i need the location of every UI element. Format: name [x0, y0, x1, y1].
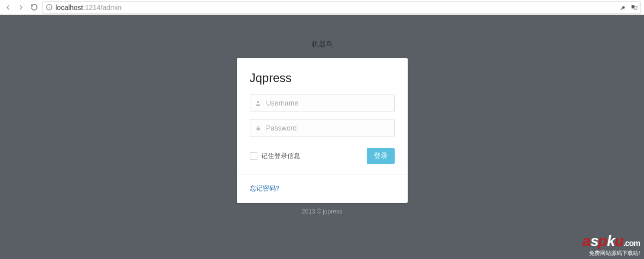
- password-input[interactable]: [250, 119, 395, 137]
- remember-checkbox[interactable]: 记住登录信息: [250, 152, 300, 160]
- checkbox-icon: [250, 152, 257, 160]
- svg-rect-3: [632, 5, 634, 8]
- username-input[interactable]: [250, 94, 395, 112]
- login-card-footer: 忘记密码?: [237, 174, 408, 203]
- remember-label: 记住登录信息: [261, 152, 300, 160]
- login-options-row: 记住登录信息 登录: [250, 144, 395, 174]
- login-card: Jqpress 记住登录信息 登录 忘记密码?: [237, 58, 408, 203]
- lock-icon: [255, 124, 262, 132]
- watermark-tagline: 免费网站源码下载站!: [583, 250, 640, 257]
- svg-rect-4: [634, 6, 637, 9]
- forgot-password-link[interactable]: 忘记密码?: [250, 184, 279, 192]
- login-button[interactable]: 登录: [367, 148, 395, 164]
- url-bar-tools: [620, 4, 638, 11]
- watermark: aspku.com 免费网站源码下载站!: [583, 234, 640, 257]
- site-name: 机器鸟: [312, 40, 333, 49]
- page-body: 机器鸟 Jqpress 记住登录信息 登录 忘记密码? 2013 © jqpr: [0, 15, 644, 259]
- translate-icon[interactable]: [631, 4, 638, 11]
- browser-toolbar: localhost:1214/admin: [0, 0, 644, 15]
- user-icon: [255, 100, 262, 106]
- site-info-icon[interactable]: [45, 4, 52, 11]
- url-host: localhost: [55, 4, 83, 12]
- url-bar[interactable]: localhost:1214/admin: [42, 2, 641, 14]
- svg-rect-6: [256, 128, 260, 130]
- back-button[interactable]: [3, 2, 13, 12]
- password-field-wrapper: [250, 119, 395, 137]
- url-text: localhost:1214/admin: [55, 4, 121, 12]
- key-icon[interactable]: [620, 4, 627, 11]
- login-title: Jqpress: [250, 71, 395, 85]
- watermark-logo: aspku.com: [583, 234, 640, 248]
- svg-point-5: [257, 101, 259, 103]
- footer-copyright: 2013 © jqpress: [302, 208, 342, 215]
- reload-button[interactable]: [29, 2, 39, 12]
- url-path: :1214/admin: [83, 4, 121, 12]
- forward-button[interactable]: [16, 2, 26, 12]
- username-field-wrapper: [250, 94, 395, 112]
